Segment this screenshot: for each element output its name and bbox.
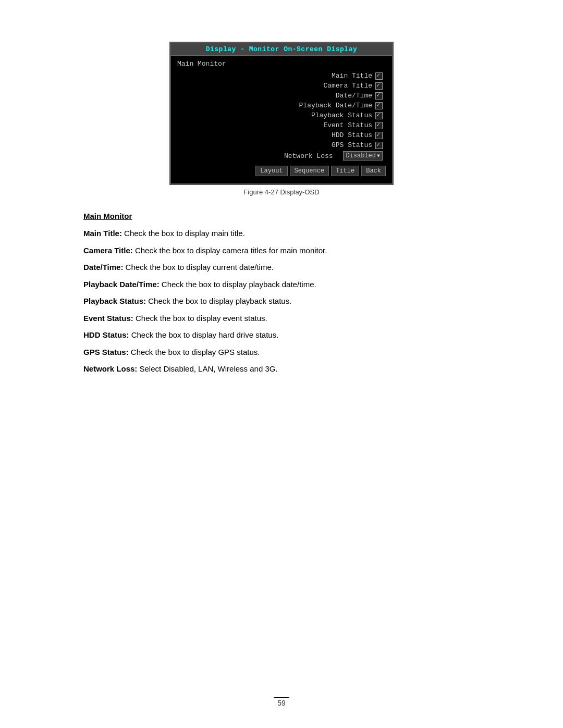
osd-checkbox-playback-date-time[interactable] <box>375 102 383 109</box>
osd-title-bar: Display - Monitor On-Screen Display <box>171 43 392 56</box>
osd-checkbox-gps-status[interactable] <box>375 142 383 149</box>
osd-screen-wrapper: Display - Monitor On-Screen Display Main… <box>83 42 480 206</box>
term-playback-status: Playback Status: <box>83 297 146 305</box>
osd-row-main-title: Main Title <box>171 71 392 81</box>
desc-event-status: Check the box to display event status. <box>133 314 267 323</box>
paragraph-date-time: Date/Time: Check the box to display curr… <box>83 262 480 274</box>
desc-playback-date-time: Check the box to display playback date/t… <box>160 280 316 289</box>
osd-screen: Display - Monitor On-Screen Display Main… <box>169 42 394 185</box>
paragraph-network-loss: Network Loss: Select Disabled, LAN, Wire… <box>83 363 480 375</box>
osd-back-button[interactable]: Back <box>361 166 386 176</box>
figure-caption: Figure 4-27 Display-OSD <box>243 188 319 196</box>
osd-checkbox-event-status[interactable] <box>375 122 383 129</box>
osd-bottom-bar: Layout Sequence Title Back <box>171 162 392 177</box>
paragraph-playback-status: Playback Status: Check the box to displa… <box>83 295 480 307</box>
paragraph-hdd-status: HDD Status: Check the box to display har… <box>83 329 480 341</box>
term-main-title: Main Title: <box>83 229 122 238</box>
osd-label-gps-status: GPS Status <box>332 141 372 149</box>
paragraph-camera-title: Camera Title: Check the box to display c… <box>83 245 480 257</box>
osd-checkbox-playback-status[interactable] <box>375 112 383 119</box>
desc-date-time: Check the box to display current date/ti… <box>123 263 273 272</box>
desc-hdd-status: Check the box to display hard drive stat… <box>129 330 279 339</box>
desc-main-title: Check the box to display main title. <box>122 229 245 238</box>
term-playback-date-time: Playback Date/Time: <box>83 280 160 289</box>
osd-layout-button[interactable]: Layout <box>255 166 287 176</box>
osd-label-hdd-status: HDD Status <box>332 131 372 139</box>
desc-network-loss: Select Disabled, LAN, Wireless and 3G. <box>137 364 277 373</box>
term-gps-status: GPS Status: <box>83 348 129 356</box>
term-network-loss: Network Loss: <box>83 364 137 373</box>
paragraph-main-title: Main Title: Check the box to display mai… <box>83 228 480 240</box>
osd-label-main-title: Main Title <box>332 72 372 80</box>
chevron-down-icon: ▼ <box>377 153 380 159</box>
term-camera-title: Camera Title: <box>83 246 133 255</box>
paragraph-gps-status: GPS Status: Check the box to display GPS… <box>83 347 480 359</box>
osd-row-playback-status: Playback Status <box>171 110 392 120</box>
desc-playback-status: Check the box to display playback status… <box>146 297 291 305</box>
term-date-time: Date/Time: <box>83 263 123 272</box>
term-hdd-status: HDD Status: <box>83 330 129 339</box>
osd-checkbox-date-time[interactable] <box>375 92 383 100</box>
osd-sequence-button[interactable]: Sequence <box>290 166 329 176</box>
osd-checkbox-main-title[interactable] <box>375 72 383 80</box>
desc-camera-title: Check the box to display camera titles f… <box>133 246 327 255</box>
osd-checkbox-camera-title[interactable] <box>375 82 383 90</box>
osd-checkbox-hdd-status[interactable] <box>375 132 383 139</box>
paragraph-playback-date-time: Playback Date/Time: Check the box to dis… <box>83 279 480 291</box>
osd-row-network-loss: Network Loss Disabled ▼ <box>171 150 392 162</box>
page-footer: 59 <box>0 697 563 707</box>
osd-label-date-time: Date/Time <box>336 92 372 100</box>
osd-row-hdd-status: HDD Status <box>171 130 392 140</box>
osd-row-playback-date-time: Playback Date/Time <box>171 101 392 110</box>
osd-row-event-status: Event Status <box>171 120 392 130</box>
osd-label-playback-date-time: Playback Date/Time <box>299 102 372 109</box>
desc-gps-status: Check the box to display GPS status. <box>129 348 260 356</box>
section-heading: Main Monitor <box>83 212 480 220</box>
osd-label-network-loss: Network Loss <box>284 152 333 160</box>
osd-label-event-status: Event Status <box>323 121 372 129</box>
osd-row-camera-title: Camera Title <box>171 81 392 91</box>
osd-dropdown-network-loss[interactable]: Disabled ▼ <box>343 151 383 161</box>
term-event-status: Event Status: <box>83 314 133 323</box>
osd-label-playback-status: Playback Status <box>311 112 372 119</box>
osd-label-camera-title: Camera Title <box>323 82 372 90</box>
osd-row-date-time: Date/Time <box>171 91 392 101</box>
paragraph-event-status: Event Status: Check the box to display e… <box>83 313 480 325</box>
osd-title-button[interactable]: Title <box>331 166 359 176</box>
osd-row-gps-status: GPS Status <box>171 140 392 150</box>
osd-section-label: Main Monitor <box>171 59 392 71</box>
footer-divider <box>274 697 289 698</box>
page-number: 59 <box>277 699 286 707</box>
osd-dropdown-value: Disabled <box>346 152 376 159</box>
